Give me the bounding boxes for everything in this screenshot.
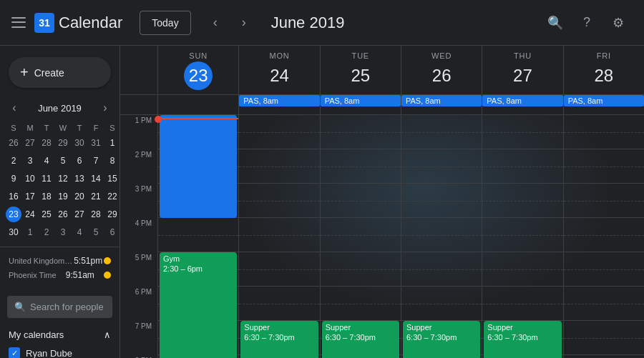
mini-day[interactable]: 16 xyxy=(6,189,21,204)
mini-day[interactable]: 6 xyxy=(72,153,87,169)
time-label: 2 PM xyxy=(120,149,157,184)
mini-day-header: W xyxy=(55,122,71,134)
calendar-event[interactable]: Supper 6:30 – 7:30pm xyxy=(403,321,480,358)
mini-day[interactable]: 10 xyxy=(22,171,38,187)
mini-day[interactable]: 20 xyxy=(72,189,87,204)
my-calendars-header[interactable]: My calendars ∧ xyxy=(9,329,111,340)
mini-day[interactable]: 14 xyxy=(88,171,104,187)
allday-event[interactable]: PAS, 8am xyxy=(401,95,482,106)
day-header[interactable]: MON24 xyxy=(238,46,319,94)
mini-day[interactable]: 5 xyxy=(55,153,71,169)
mini-day[interactable]: 15 xyxy=(104,171,120,187)
mini-day[interactable]: 4 xyxy=(72,224,87,240)
day-header[interactable]: FRI28 xyxy=(563,46,644,94)
mini-day[interactable]: 26 xyxy=(55,207,71,222)
event-label: Supper 6:30 – 7:30pm xyxy=(406,323,457,342)
mini-day[interactable]: 25 xyxy=(39,207,54,222)
hour-line xyxy=(564,115,644,149)
mini-day[interactable]: 24 xyxy=(22,207,38,222)
hamburger-icon[interactable] xyxy=(11,16,26,30)
allday-event[interactable]: PAS, 8am xyxy=(239,95,319,106)
mini-day[interactable]: 29 xyxy=(55,135,71,151)
search-people[interactable]: 🔍 Search for people xyxy=(7,296,112,318)
hour-line xyxy=(239,252,319,287)
mini-day[interactable]: 2 xyxy=(6,153,21,169)
time-label: 1 PM xyxy=(120,115,157,149)
create-button[interactable]: + Create xyxy=(9,57,111,88)
mini-day[interactable]: 2 xyxy=(39,224,54,240)
calendar-event[interactable]: Supper 6:30 – 7:30pm xyxy=(240,321,318,358)
allday-cell: PAS, 8am xyxy=(401,95,482,114)
allday-event[interactable]: PAS, 8am xyxy=(564,95,644,106)
nav-right: 🔍 ? ⚙ xyxy=(541,9,633,37)
day-header[interactable]: SUN23 xyxy=(157,46,238,94)
mini-day[interactable]: 22 xyxy=(104,189,120,204)
allday-event[interactable]: PAS, 8am xyxy=(482,95,562,106)
mini-day[interactable]: 3 xyxy=(22,153,38,169)
calendar-event[interactable] xyxy=(160,115,237,218)
time-gutter-header xyxy=(120,46,157,94)
today-button[interactable]: Today xyxy=(140,11,190,35)
nav-left: 31 Calendar Today ‹ › June 2019 xyxy=(11,10,344,36)
mini-day[interactable]: 12 xyxy=(55,171,71,187)
hour-line xyxy=(564,218,644,252)
allday-row: PAS, 8amPAS, 8amPAS, 8amPAS, 8amPAS, 8am xyxy=(120,95,644,115)
hour-line xyxy=(239,218,319,252)
mini-day[interactable]: 7 xyxy=(88,153,104,169)
calendar-event[interactable]: Gym 2:30 – 6pm xyxy=(160,252,237,358)
calendar-event[interactable]: Supper 6:30 – 7:30pm xyxy=(484,321,561,358)
time-label: 6 PM xyxy=(120,287,157,321)
mini-day[interactable]: 26 xyxy=(6,135,21,151)
mini-day[interactable]: 1 xyxy=(104,135,120,151)
mini-cal-grid: SMTWTFS262728293031123456789101112131415… xyxy=(6,122,114,241)
tz-circle xyxy=(104,257,111,264)
settings-button[interactable]: ⚙ xyxy=(604,9,633,37)
mini-day[interactable]: 1 xyxy=(22,224,38,240)
tz-label: Phoenix Time xyxy=(9,271,57,279)
day-header[interactable]: TUE25 xyxy=(320,46,401,94)
time-labels: 1 PM2 PM3 PM4 PM5 PM6 PM7 PM8 PM9 PM10 P… xyxy=(120,115,157,358)
allday-event[interactable]: PAS, 8am xyxy=(321,95,401,106)
mini-day[interactable]: 23 xyxy=(6,207,21,222)
mini-day[interactable]: 28 xyxy=(39,135,54,151)
day-column: Supper 6:30 – 7:30pmLifewire 8 8 – 11:45… xyxy=(238,115,319,358)
mini-day[interactable]: 17 xyxy=(22,189,38,204)
calendar-item[interactable]: ✓Ryan Dube xyxy=(9,344,111,358)
mini-day[interactable]: 27 xyxy=(22,135,38,151)
allday-cell: PAS, 8am xyxy=(238,95,319,114)
mini-day[interactable]: 27 xyxy=(72,207,87,222)
day-header[interactable]: WED26 xyxy=(401,46,482,94)
time-label: 8 PM xyxy=(120,355,157,358)
mini-day[interactable]: 18 xyxy=(39,189,54,204)
hour-line xyxy=(239,115,319,149)
mini-cal-next[interactable]: › xyxy=(97,99,114,116)
help-button[interactable]: ? xyxy=(572,9,601,37)
search-button[interactable]: 🔍 xyxy=(541,9,570,37)
prev-arrow[interactable]: ‹ xyxy=(203,10,228,36)
mini-day[interactable]: 13 xyxy=(72,171,87,187)
mini-day[interactable]: 4 xyxy=(39,153,54,169)
mini-day[interactable]: 30 xyxy=(6,224,21,240)
next-arrow[interactable]: › xyxy=(231,10,257,36)
mini-day[interactable]: 6 xyxy=(104,224,120,240)
mini-day[interactable]: 21 xyxy=(88,189,104,204)
allday-cell: PAS, 8am xyxy=(320,95,401,114)
mini-day[interactable]: 8 xyxy=(104,153,120,169)
mini-cal-prev[interactable]: ‹ xyxy=(6,99,23,116)
mini-day[interactable]: 3 xyxy=(55,224,71,240)
day-headers-row: SUN23MON24TUE25WED26THU27FRI28 xyxy=(120,46,644,95)
mini-day[interactable]: 5 xyxy=(88,224,104,240)
mini-day[interactable]: 9 xyxy=(6,171,21,187)
mini-day[interactable]: 19 xyxy=(55,189,71,204)
tz-circle xyxy=(104,272,111,279)
day-column xyxy=(563,115,644,358)
mini-day[interactable]: 28 xyxy=(88,207,104,222)
day-header[interactable]: THU27 xyxy=(482,46,562,94)
mini-day[interactable]: 31 xyxy=(88,135,104,151)
allday-cell: PAS, 8am xyxy=(482,95,562,114)
calendar-event[interactable]: Supper 6:30 – 7:30pm xyxy=(322,321,399,358)
mini-day[interactable]: 29 xyxy=(104,207,120,222)
time-grid[interactable]: 1 PM2 PM3 PM4 PM5 PM6 PM7 PM8 PM9 PM10 P… xyxy=(120,115,644,358)
mini-day[interactable]: 30 xyxy=(72,135,87,151)
mini-day[interactable]: 11 xyxy=(39,171,54,187)
